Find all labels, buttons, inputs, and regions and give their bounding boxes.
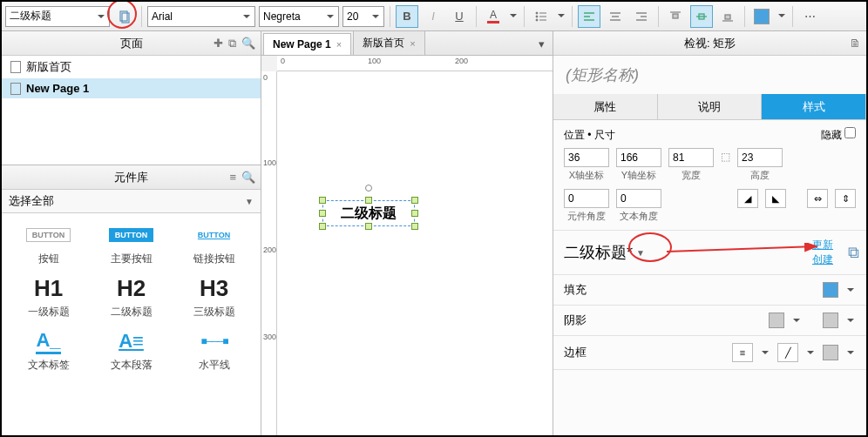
lib-widget-link-button[interactable]: BUTTON链接按钮 — [174, 218, 254, 270]
canvas-tab[interactable]: New Page 1× — [263, 33, 351, 55]
lib-menu-icon[interactable]: ≡ — [229, 171, 236, 184]
lib-widget-label[interactable]: A_文本标签 — [9, 325, 88, 376]
flip-h-icon[interactable]: ◢ — [737, 189, 758, 208]
w-input[interactable] — [668, 148, 714, 167]
library-title: 元件库 — [114, 170, 148, 185]
create-style-link[interactable]: 创建 — [812, 252, 833, 267]
border-color-swatch[interactable] — [823, 345, 838, 360]
lib-category-select[interactable]: 选择全部 ▼ — [2, 190, 261, 213]
h-input[interactable] — [737, 148, 783, 167]
fill-dd[interactable] — [845, 286, 856, 295]
canvas[interactable]: 二级标题 — [277, 71, 553, 437]
lib-widget-h3[interactable]: H3三级标题 — [174, 272, 254, 323]
shape-name-field[interactable]: (矩形名称) — [553, 56, 866, 94]
weight-combo[interactable]: Negreta — [259, 6, 339, 27]
valign-middle-button[interactable] — [690, 5, 713, 28]
fit-height-icon[interactable]: ⇕ — [835, 189, 856, 208]
update-style-link[interactable]: 更新 — [812, 238, 833, 252]
fit-width-icon[interactable]: ⇔ — [807, 189, 828, 208]
x-input[interactable] — [564, 148, 609, 167]
lock-aspect-icon[interactable]: ⬚ — [721, 151, 730, 163]
inspector-tabs: 属性 说明 样式 — [553, 94, 866, 120]
tab-properties[interactable]: 属性 — [553, 94, 658, 119]
svg-point-2 — [536, 12, 538, 14]
canvas-tab[interactable]: 新版首页× — [353, 30, 424, 55]
selected-shape[interactable]: 二级标题 — [322, 200, 415, 226]
inner-shadow-swatch[interactable] — [823, 313, 838, 328]
svg-point-4 — [536, 16, 538, 17]
svg-rect-18 — [673, 14, 678, 18]
lib-widget-button[interactable]: BUTTON按钮 — [9, 218, 88, 270]
pages-panel-header: 页面 ✚ ⧉ 🔍 — [2, 31, 261, 56]
page-list: 新版首页 New Page 1 — [2, 56, 261, 165]
shadow-row: 阴影 — [553, 306, 866, 336]
outer-shadow-swatch[interactable] — [769, 313, 784, 328]
page-item[interactable]: New Page 1 — [2, 78, 261, 98]
copy-style-icon[interactable]: ⧉ — [848, 244, 859, 262]
valign-bottom-button[interactable] — [716, 5, 739, 28]
library-header: 元件库 ≡ 🔍 — [2, 165, 261, 190]
canvas-tabs: New Page 1× 新版首页× ▾ — [261, 31, 553, 56]
align-right-button[interactable] — [630, 5, 653, 28]
text-rotation-input[interactable] — [616, 189, 661, 208]
tab-style[interactable]: 样式 — [762, 94, 866, 119]
fill-color-swatch[interactable] — [823, 282, 838, 298]
close-icon[interactable]: × — [410, 38, 415, 49]
library-panel: 元件库 ≡ 🔍 选择全部 ▼ BUTTON按钮 BUTTON主要按钮 BUTTO… — [2, 165, 261, 437]
top-toolbar: 二级标题 Arial Negreta 20 B I U A ⋯ — [2, 2, 866, 31]
pages-title: 页面 — [120, 36, 143, 51]
rotation-input[interactable] — [564, 189, 609, 208]
align-center-button[interactable] — [604, 5, 627, 28]
text-color-button[interactable]: A — [482, 5, 505, 28]
doc-icon — [10, 83, 21, 95]
text-color-dd[interactable] — [508, 11, 519, 21]
lib-widget-primary-button[interactable]: BUTTON主要按钮 — [92, 218, 171, 270]
border-row: 边框 ≡ ╱ — [553, 336, 866, 370]
hidden-checkbox[interactable] — [844, 127, 856, 138]
more-button[interactable]: ⋯ — [798, 5, 821, 28]
lib-widget-paragraph[interactable]: A≡文本段落 — [92, 325, 171, 376]
left-sidebar: 页面 ✚ ⧉ 🔍 新版首页 New Page 1 元件库 ≡ 🔍 选择全部 ▼ — [2, 31, 261, 437]
doc-icon — [10, 61, 21, 73]
inspector-page-icon[interactable]: 🗎 — [850, 37, 861, 50]
tabs-menu-icon[interactable]: ▾ — [530, 32, 553, 55]
svg-point-6 — [536, 19, 538, 21]
widget-style-row: 二级标题* ▼ 更新 创建 ⧉ — [553, 231, 866, 275]
style-combo[interactable]: 二级标题 — [5, 6, 110, 27]
bullet-dd[interactable] — [556, 11, 566, 21]
svg-line-23 — [667, 246, 817, 252]
size-combo[interactable]: 20 — [342, 6, 384, 27]
copy-style-icon[interactable] — [113, 5, 136, 28]
canvas-area: New Page 1× 新版首页× ▾ 0 100 200 0 100 200 … — [261, 31, 553, 437]
lib-widget-h2[interactable]: H2二级标题 — [92, 272, 171, 323]
line-style-icon[interactable]: ╱ — [777, 343, 798, 362]
valign-top-button[interactable] — [664, 5, 687, 28]
align-left-button[interactable] — [578, 5, 600, 28]
add-folder-icon[interactable]: ⧉ — [228, 37, 236, 50]
ruler-horizontal: 0 100 200 — [277, 56, 553, 71]
tab-notes[interactable]: 说明 — [658, 94, 763, 119]
svg-rect-21 — [725, 15, 730, 19]
lib-search-icon[interactable]: 🔍 — [241, 171, 255, 184]
ruler-vertical: 0 100 200 300 — [261, 71, 277, 437]
add-page-icon[interactable]: ✚ — [214, 37, 223, 50]
inspector-header: 检视: 矩形 🗎 — [553, 31, 866, 56]
fill-row: 填充 — [553, 275, 866, 306]
position-section: 位置 • 尺寸 隐藏 X轴坐标 Y轴坐标 宽度 ⬚ 高度 元件角度 文本角度 ◢… — [553, 120, 866, 231]
fill-color-button[interactable] — [750, 5, 773, 28]
fill-color-dd[interactable] — [776, 11, 787, 21]
bold-button[interactable]: B — [396, 5, 418, 28]
lib-widget-h1[interactable]: H1一级标题 — [9, 272, 88, 323]
font-combo[interactable]: Arial — [147, 6, 255, 27]
y-input[interactable] — [616, 148, 661, 167]
bullet-list-button[interactable] — [530, 5, 553, 28]
underline-button[interactable]: U — [448, 5, 471, 28]
page-item[interactable]: 新版首页 — [2, 56, 261, 78]
line-width-icon[interactable]: ≡ — [732, 343, 753, 362]
italic-button[interactable]: I — [422, 5, 444, 28]
lib-widget-hr[interactable]: ■───■水平线 — [174, 325, 254, 376]
search-page-icon[interactable]: 🔍 — [241, 37, 255, 50]
inspector-panel: 检视: 矩形 🗎 (矩形名称) 属性 说明 样式 位置 • 尺寸 隐藏 X轴坐标… — [553, 31, 866, 437]
close-icon[interactable]: × — [336, 39, 342, 50]
flip-v-icon[interactable]: ◣ — [765, 189, 786, 208]
